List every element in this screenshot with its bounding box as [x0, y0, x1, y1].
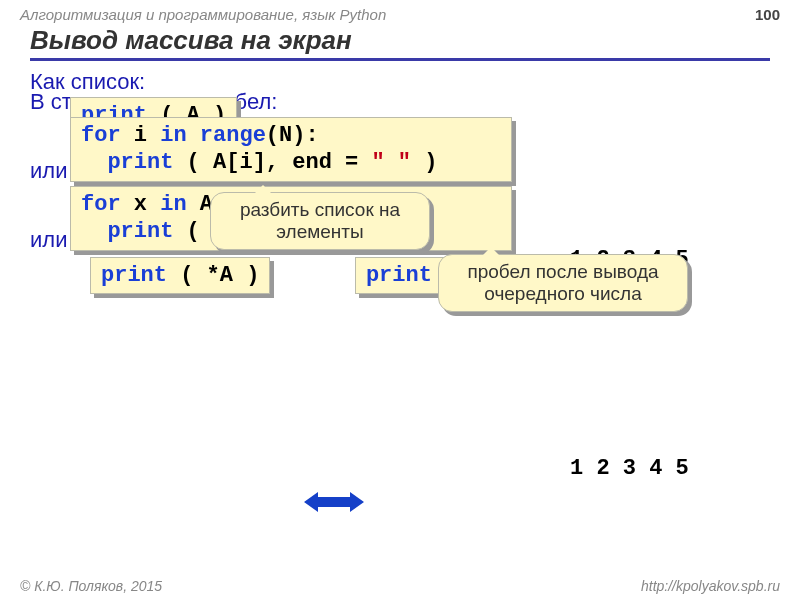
slide-title: Вывод массива на экран — [30, 25, 770, 61]
page-number: 100 — [755, 6, 780, 23]
footer-author: © К.Ю. Поляков, 2015 — [20, 578, 162, 594]
footer-url: http://kpolyakov.spb.ru — [641, 578, 780, 594]
svg-marker-0 — [304, 492, 364, 512]
output-line-2: 1 2 3 4 5 — [570, 456, 689, 481]
course-name: Алгоритмизация и программирование, язык … — [20, 6, 386, 23]
code-for-range: for i in range(N): print ( A[i], end = "… — [70, 117, 512, 182]
slide-footer: © К.Ю. Поляков, 2015 http://kpolyakov.sp… — [0, 578, 800, 594]
row-for-range: for i in range(N): print ( A[i], end = "… — [30, 117, 770, 182]
code-print-star: print ( *A ) — [90, 257, 270, 295]
slide-content: Как список: print ( A ) [1, 2, 3, 4, 5] … — [0, 61, 800, 294]
double-arrow-icon — [304, 489, 364, 515]
callout-space: пробел после вывода очередного числа — [438, 254, 688, 312]
callout-split: разбить список на элементы — [210, 192, 430, 250]
slide-header: Алгоритмизация и программирование, язык … — [0, 0, 800, 25]
